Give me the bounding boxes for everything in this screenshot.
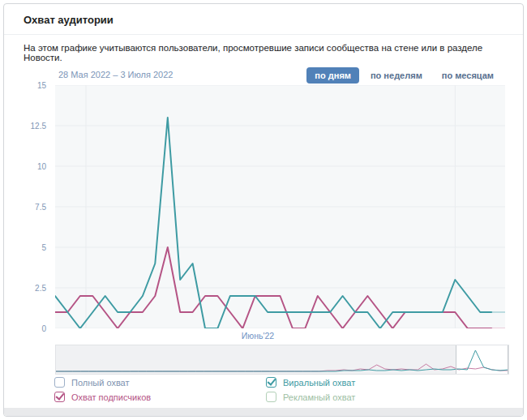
- reach-widget-card: Охват аудитории На этом графике учитываю…: [3, 3, 524, 417]
- chart-toolbar: 28 Мая 2022 – 3 Июля 2022 по дням по нед…: [4, 66, 523, 87]
- tab-by-days[interactable]: по дням: [306, 67, 359, 84]
- y-tick-label: 2.5: [35, 284, 46, 293]
- legend-item-viral-reach[interactable]: Виральный охват: [266, 377, 355, 388]
- period-tabs: по дням по неделям по месяцам: [306, 67, 502, 84]
- legend-item-subscribers-reach[interactable]: Охват подписчиков: [54, 392, 151, 402]
- tab-by-weeks[interactable]: по неделям: [362, 67, 431, 84]
- legend-label: Рекламный охват: [283, 392, 355, 402]
- chart-minimap-brush[interactable]: [55, 345, 509, 375]
- y-tick-label: 7.5: [35, 203, 46, 212]
- checkbox-viral-reach[interactable]: [266, 377, 276, 388]
- y-tick-label: 0: [41, 324, 46, 333]
- legend-label: Виральный охват: [283, 378, 355, 388]
- y-tick-label: 10: [37, 162, 46, 171]
- reach-line-chart: [55, 85, 505, 328]
- legend-item-ad-reach[interactable]: Рекламный охват: [266, 392, 355, 402]
- bottom-scrollbar-track[interactable]: [4, 408, 523, 416]
- y-axis-labels: 02.557.51012.515: [4, 85, 50, 328]
- y-tick-label: 12.5: [31, 122, 46, 131]
- checkmark-icon: [55, 391, 64, 401]
- legend-label: Охват подписчиков: [71, 392, 151, 402]
- checkbox-ad-reach[interactable]: [266, 392, 276, 402]
- checkbox-full-reach[interactable]: [54, 377, 65, 388]
- date-range-label[interactable]: 28 Мая 2022 – 3 Июля 2022: [58, 70, 173, 79]
- x-axis-month-label: Июнь'22: [234, 331, 282, 341]
- checkmark-icon: [267, 376, 276, 386]
- card-header: Охват аудитории: [4, 4, 523, 35]
- minimap-sparkline: [56, 345, 508, 374]
- line-chart-plot-area[interactable]: [55, 85, 505, 328]
- y-tick-label: 5: [41, 243, 46, 252]
- chart-description: На этом графике учитываются пользователи…: [4, 35, 523, 62]
- legend-item-full-reach[interactable]: Полный охват: [54, 377, 130, 388]
- y-tick-label: 15: [37, 81, 46, 90]
- tab-by-months[interactable]: по месяцам: [434, 67, 502, 84]
- legend-label: Полный охват: [71, 378, 130, 388]
- checkbox-subscribers-reach[interactable]: [54, 392, 65, 402]
- page-title: Охват аудитории: [24, 14, 503, 26]
- minimap-selection-window[interactable]: [456, 345, 508, 374]
